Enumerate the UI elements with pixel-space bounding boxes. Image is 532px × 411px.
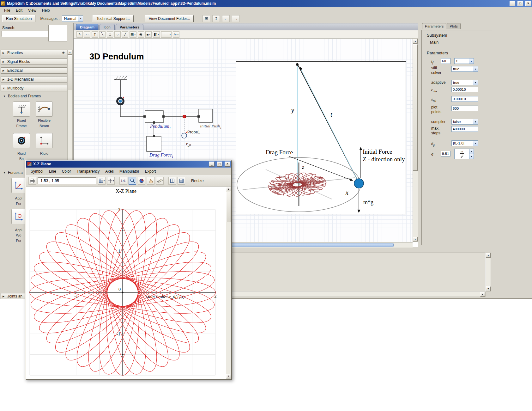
point-probe-icon[interactable] [138,177,145,185]
sidebar-section-multibody[interactable]: ▼ Multibody [1,85,67,91]
stroke-color-icon[interactable]: ■▾ [145,31,152,38]
menu-edit[interactable]: Edit [13,7,25,14]
param-compiler-combo[interactable]: false▾ [451,119,478,125]
chevron-down-icon[interactable]: ▾ [78,16,83,21]
grid-style-icon[interactable]: ▾ [98,177,106,185]
scrollbar-thumb[interactable] [413,44,418,171]
palette-icon[interactable]: ◉ [138,31,144,38]
port[interactable] [143,115,146,118]
ellipse-tool-icon[interactable]: ○ [114,31,121,38]
select-cursor-icon[interactable]: ↖ [76,31,83,38]
scroll-up-icon[interactable]: ▲ [413,39,418,44]
spin-down-icon[interactable]: ▼ [469,154,474,159]
port[interactable] [197,115,200,118]
rect-tool-icon[interactable]: □ [107,31,113,38]
zoom-magnifier-icon[interactable] [129,177,136,185]
back-icon[interactable]: ← [222,15,230,22]
scroll-down-icon[interactable]: ▼ [226,374,231,378]
scroll-up-icon[interactable]: ▲ [486,253,491,258]
xz-menu-export[interactable]: Export [142,168,159,175]
forward-icon[interactable]: → [232,15,239,22]
pan-hand-icon[interactable] [147,177,154,185]
xz-close-button[interactable]: × [225,162,230,167]
component-rigid-frame[interactable] [36,133,53,148]
tab-parameters[interactable]: Parameters [116,24,144,30]
scroll-up-icon[interactable]: ▲ [68,50,72,55]
menu-view[interactable]: View [25,7,39,14]
param-stiff-solver-combo[interactable]: true▾ [451,66,478,72]
restore-button[interactable]: □ [517,1,523,6]
xz-menu-axes[interactable]: Axes [102,168,117,175]
xz-menu-symbol[interactable]: Symbol [28,168,46,175]
subsection-forces[interactable]: ▼ Forces a [3,170,23,175]
component-rigid-body[interactable] [13,133,30,148]
messages-combo[interactable]: Normal ▾ [62,15,83,22]
menu-help[interactable]: Help [39,7,53,14]
scroll-down-icon[interactable]: ▼ [413,237,418,242]
grid-options-icon[interactable]: ▦▾ [130,31,136,38]
param-erel-input[interactable] [451,96,478,102]
xz-plot-area[interactable]: -1221-10X-Z PlaneMain.Probe1.r_0[1](t) ▲… [26,187,231,379]
chevron-down-icon[interactable]: ▾ [469,58,474,64]
xz-menu-transparency[interactable]: Transparency [74,168,102,175]
scrollbar-thumb[interactable] [68,55,72,90]
xz-menu-manipulator[interactable]: Manipulator [117,168,142,175]
chevron-down-icon[interactable]: ▾ [473,66,478,71]
spin-up-icon[interactable]: ▲ [469,149,474,154]
sidebar-section-1d-mechanical[interactable]: ▶ 1-D Mechanical [1,76,67,83]
param-plot-points-input[interactable] [451,106,478,111]
sidebar-section-electrical[interactable]: ▶ Electrical [1,67,67,74]
grid-major-icon[interactable] [168,177,176,185]
run-simulation-button[interactable]: Run Simulation [2,15,35,22]
port[interactable] [153,135,155,137]
fixed-frame-symbol[interactable] [114,76,127,97]
tab-plots-panel[interactable]: Plots [447,23,461,29]
canvas-vertical-scrollbar[interactable]: ▲ ▼ [413,39,418,242]
param-g-unit-combo[interactable]: m s2 ▲▼ [454,149,474,159]
menu-file[interactable]: File [1,7,13,14]
revolute-joint-symbol[interactable] [116,97,124,105]
xz-minimize-button[interactable]: _ [209,162,215,167]
param-adaptive-combo[interactable]: true▾ [451,80,478,85]
component-applied-force[interactable] [11,178,26,193]
fit-window-icon[interactable]: ⊞ [203,15,210,22]
xz-vertical-scrollbar[interactable]: ▲ ▼ [226,187,231,379]
component-applied-world-force[interactable] [11,209,26,224]
view-document-folder-button[interactable]: View Document Folder... [145,15,194,22]
axes-style-icon[interactable]: ▾ [107,177,115,185]
technical-support-button[interactable]: Technical Support... [93,15,133,22]
minimize-button[interactable]: _ [510,1,515,6]
drag-force-block[interactable] [147,136,161,151]
resize-label[interactable]: Resize [191,178,204,183]
text-tool-icon[interactable]: T [92,31,98,38]
pendulum-block[interactable] [145,111,163,123]
search-input[interactable] [2,31,48,37]
param-tf-unit-combo[interactable]: s▾ [454,58,474,64]
printer-icon[interactable] [28,177,36,185]
pen-tool-icon[interactable]: ╱ [122,31,128,38]
probe-connector[interactable] [183,115,186,118]
chevron-down-icon[interactable]: ▾ [473,119,478,124]
line-tool-icon[interactable]: ╲ [99,31,106,38]
component-fixed-frame[interactable] [13,101,30,117]
scroll-right-icon[interactable]: ► [480,292,485,297]
close-button[interactable]: × [525,1,531,6]
line-style-icon[interactable]: ——▾ [161,31,172,38]
grid-minor-icon[interactable] [178,177,185,185]
param-eabs-input[interactable] [451,87,478,92]
xz-menu-line[interactable]: Line [46,168,59,175]
scroll-down-icon[interactable]: ▼ [486,286,491,291]
fill-color-icon[interactable]: ◧▾ [153,31,160,38]
wire[interactable] [120,105,144,117]
param-g-input[interactable] [441,151,450,156]
probe-symbol[interactable] [182,133,187,138]
one-to-one-zoom-icon[interactable]: 1:1 [119,177,127,185]
scroll-up-icon[interactable]: ▲ [226,187,231,191]
tab-diagram[interactable]: Diagram [76,24,99,30]
cursor-coordinates-field[interactable] [38,177,96,184]
scrollbar-thumb[interactable] [226,192,231,222]
spinner[interactable]: ▲▼ [469,149,474,159]
initial-push-block[interactable] [199,109,213,122]
eraser-icon[interactable]: ▱ [84,31,90,38]
param-eg-combo[interactable]: [0,-1,0]▾ [451,140,478,146]
